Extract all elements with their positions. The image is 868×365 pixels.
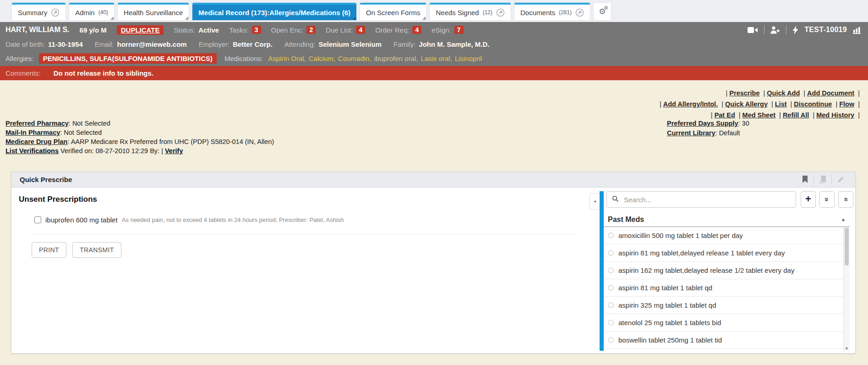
unsent-rx-row: ibuprofen 600 mg tablet As needed pain, …: [34, 216, 344, 224]
current-library-link[interactable]: Current Library: [667, 129, 715, 137]
dob-label: Date of birth:: [5, 40, 45, 48]
med-history-link[interactable]: Med History: [816, 111, 854, 119]
book-icon[interactable]: [816, 176, 829, 183]
past-med-row[interactable]: aspirin 81 mg tablet 1 tablet qd: [604, 279, 843, 297]
preferred-pharmacy-link[interactable]: Preferred Pharmacy: [5, 120, 69, 127]
med-radio[interactable]: [608, 285, 614, 291]
medication-link[interactable]: Coumadin: [338, 55, 371, 62]
due-list-label: Due List:: [326, 26, 353, 34]
tab-health-surveillance-label: Health Surveillance: [124, 9, 183, 17]
quick-add-link[interactable]: Quick Add: [767, 89, 800, 97]
past-meds-header[interactable]: Past Meds ▲: [604, 212, 850, 227]
pencil-icon[interactable]: [834, 176, 847, 183]
tasks-count-badge[interactable]: 3: [252, 26, 261, 34]
lightning-icon[interactable]: [792, 26, 798, 34]
add-med-button[interactable]: +: [801, 191, 816, 208]
med-radio[interactable]: [608, 320, 614, 326]
prescribe-link[interactable]: Prescribe: [729, 89, 759, 97]
quick-allergy-link[interactable]: Quick Allergy: [725, 100, 768, 108]
bookmark-icon[interactable]: [798, 176, 811, 183]
open-enc-field: Open Enc: 2: [271, 26, 316, 34]
collapse-section-icon[interactable]: ▲: [841, 217, 850, 222]
double-chevron-up-icon: »: [842, 198, 850, 202]
medication-link[interactable]: Lisinopril: [455, 55, 482, 62]
med-radio[interactable]: [608, 250, 614, 256]
tab-admin[interactable]: Admin (40): [69, 3, 114, 20]
attending-field: Attending: Selenium Selenium: [284, 40, 382, 48]
transmit-button[interactable]: TRANSMIT: [72, 242, 121, 258]
past-med-row[interactable]: amoxicillin 500 mg tablet 1 tablet per d…: [604, 227, 843, 244]
divider: [786, 25, 786, 34]
divider: [32, 234, 575, 234]
past-med-row[interactable]: atenolol 25 mg tablet 1 tablets bid: [604, 314, 843, 332]
search-icon: [612, 195, 619, 204]
add-allergy-link[interactable]: Add Allergy/Intol.: [663, 100, 718, 108]
med-radio[interactable]: [608, 302, 614, 308]
chart-icon[interactable]: [853, 26, 863, 34]
expand-all-button[interactable]: »: [819, 191, 835, 208]
plus-icon: +: [805, 194, 811, 204]
verify-link[interactable]: Verify: [165, 147, 183, 155]
refill-all-link[interactable]: Refill All: [783, 111, 809, 119]
flow-link[interactable]: Flow: [839, 100, 854, 108]
comments-bar: Comments: Do not release info to sibling…: [0, 66, 868, 80]
popout-icon[interactable]: [496, 8, 505, 17]
preferred-days-supply-link[interactable]: Preferred Days Supply: [667, 120, 738, 127]
tab-needs-signed[interactable]: Needs Signed (12): [430, 3, 511, 20]
tab-documents-count: (281): [559, 9, 572, 16]
past-med-row[interactable]: aspirin 81 mg tablet,delayed release 1 t…: [604, 244, 843, 262]
med-radio[interactable]: [608, 232, 614, 238]
medication-link[interactable]: ibuprofen oral: [374, 55, 418, 62]
med-sheet-link[interactable]: Med Sheet: [742, 111, 776, 119]
medicare-plan-link[interactable]: Medicare Drug Plan: [5, 138, 67, 145]
add-document-link[interactable]: Add Document: [807, 89, 854, 97]
panel-collapse-button[interactable]: ◄: [590, 193, 600, 210]
medication-link[interactable]: Lasix oral: [421, 55, 452, 62]
quick-prescribe-header: Quick Prescribe: [11, 172, 855, 188]
popout-icon[interactable]: [575, 8, 584, 17]
med-label: amoxicillin 500 mg tablet 1 tablet per d…: [618, 232, 743, 239]
list-verifications-link[interactable]: List Verifications: [5, 147, 59, 155]
past-med-row[interactable]: boswellin tablet 250mg 1 tablet tid: [604, 332, 843, 349]
order-req-count-badge[interactable]: 4: [412, 26, 421, 34]
tab-summary-label: Summary: [18, 9, 47, 17]
duplicate-badge[interactable]: DUPLICATE: [117, 25, 164, 35]
allergies-badge[interactable]: PENICILLINS, SULFA(SULFONAMIDE ANTIBIOTI…: [39, 53, 217, 64]
tab-bar: Summary Admin (40) Health Surveillance M…: [0, 0, 868, 22]
tab-medical-record[interactable]: Medical Record (173):Allergies/Medicatio…: [192, 3, 356, 20]
scroll-down-icon[interactable]: ▼: [844, 346, 850, 351]
add-person-icon[interactable]: [770, 26, 780, 34]
due-list-count-badge[interactable]: 4: [356, 26, 365, 34]
tab-summary[interactable]: Summary: [12, 3, 66, 20]
mailin-pharmacy-link[interactable]: Mail-In Pharmacy: [5, 129, 60, 136]
tab-documents[interactable]: Documents (281): [514, 3, 590, 20]
divider: [813, 175, 814, 184]
medication-link[interactable]: Calcium: [309, 55, 335, 62]
medication-link[interactable]: Aspirin Oral: [268, 55, 306, 62]
video-call-icon[interactable]: [748, 27, 758, 33]
settings-gear-button[interactable]: ⚙ ⚙: [594, 3, 611, 20]
pat-ed-link[interactable]: Pat Ed: [715, 111, 735, 119]
esign-count-badge[interactable]: 7: [454, 26, 464, 34]
med-radio[interactable]: [608, 337, 614, 343]
past-med-row[interactable]: aspirin 325 mg tablet 1 tablet qd: [604, 297, 843, 314]
search-input[interactable]: [623, 195, 791, 204]
collapse-all-button[interactable]: »: [838, 191, 853, 208]
past-med-row[interactable]: aspirin 162 mg tablet,delayed release 1/…: [604, 262, 843, 279]
print-button[interactable]: PRINT: [32, 242, 66, 258]
list-link[interactable]: List: [775, 100, 787, 108]
discontinue-link[interactable]: Discontinue: [794, 100, 832, 108]
med-label: aspirin 162 mg tablet,delayed release 1/…: [618, 266, 794, 274]
supply-info: Preferred Days Supply30 Current LibraryD…: [667, 119, 749, 138]
open-enc-count-badge[interactable]: 2: [306, 26, 316, 34]
popout-icon[interactable]: [51, 8, 60, 17]
med-radio[interactable]: [608, 267, 614, 273]
rx-checkbox[interactable]: [34, 216, 41, 223]
tab-on-screen-forms[interactable]: On Screen Forms: [360, 3, 426, 20]
scrollbar-thumb[interactable]: [845, 228, 849, 265]
scrollbar[interactable]: ▼: [843, 227, 850, 351]
employer-field: Employer: Better Corp.: [199, 40, 273, 48]
patient-header-actions: TEST-10019: [748, 25, 863, 34]
tab-health-surveillance[interactable]: Health Surveillance: [118, 3, 189, 20]
past-meds-title: Past Meds: [608, 216, 644, 224]
